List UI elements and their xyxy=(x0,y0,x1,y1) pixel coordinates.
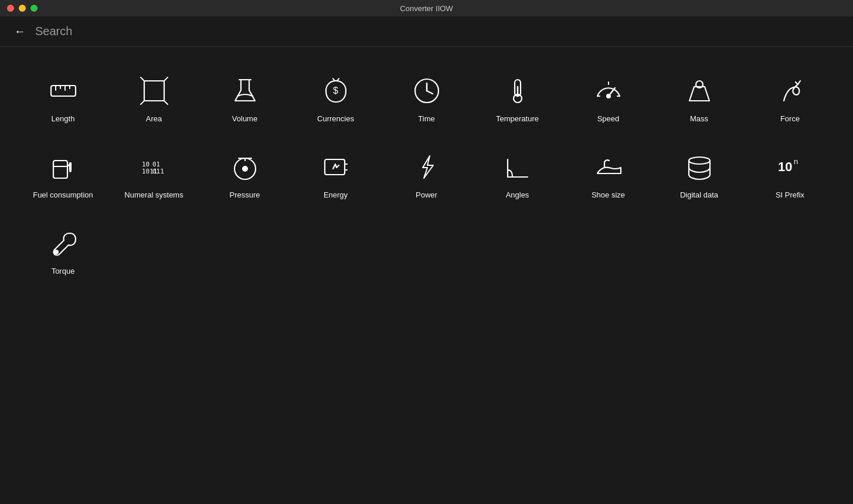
binary-icon: 10101101011 xyxy=(137,149,172,185)
category-label-angles: Angles xyxy=(506,190,529,199)
category-label-power: Power xyxy=(416,190,437,199)
svg-line-8 xyxy=(141,101,144,104)
category-item-temperature[interactable]: Temperature xyxy=(472,59,563,135)
svg-line-24 xyxy=(695,86,696,87)
battery-icon xyxy=(318,149,354,185)
category-label-shoe: Shoe size xyxy=(592,190,625,199)
category-label-force: Force xyxy=(780,114,800,123)
svg-point-41 xyxy=(689,157,710,164)
category-label-temperature: Temperature xyxy=(496,114,539,123)
category-item-numeral[interactable]: 10101101011Numeral systems xyxy=(108,135,199,211)
category-item-fuel[interactable]: Fuel consumption xyxy=(18,135,108,211)
window-title: Converter IIOW xyxy=(400,4,453,13)
thermometer-icon xyxy=(500,73,535,108)
categories-grid: LengthAreaVolume$CurrenciesTimeTemperatu… xyxy=(18,59,835,287)
angle-icon xyxy=(500,149,535,185)
lightning-icon xyxy=(409,149,444,185)
svg-rect-0 xyxy=(51,86,76,96)
money-bag-icon: $ xyxy=(318,73,354,108)
category-label-numeral: Numeral systems xyxy=(124,190,183,199)
svg-text:$: $ xyxy=(333,86,338,96)
minimize-button[interactable] xyxy=(19,5,26,12)
shoe-icon xyxy=(591,149,626,185)
category-label-currencies: Currencies xyxy=(317,114,354,123)
svg-line-6 xyxy=(141,77,144,81)
category-item-shoe[interactable]: Shoe size xyxy=(563,135,654,211)
svg-point-19 xyxy=(607,94,610,98)
category-label-siprefix: SI Prefix xyxy=(776,190,804,199)
flask-icon xyxy=(227,73,263,108)
search-input[interactable] xyxy=(35,25,841,38)
category-item-energy[interactable]: Energy xyxy=(290,135,381,211)
category-label-area: Area xyxy=(146,114,162,123)
category-item-length[interactable]: Length xyxy=(18,59,108,135)
svg-text:011: 011 xyxy=(152,168,164,175)
category-label-pressure: Pressure xyxy=(229,190,260,199)
svg-point-44 xyxy=(55,250,58,254)
force-icon xyxy=(773,73,808,108)
category-item-currencies[interactable]: $Currencies xyxy=(290,59,381,135)
category-item-digital[interactable]: Digital data xyxy=(654,135,745,211)
back-button[interactable]: ← xyxy=(12,22,28,40)
close-button[interactable] xyxy=(7,5,14,12)
search-bar: ← xyxy=(0,16,853,47)
clock-icon xyxy=(409,73,444,108)
speedometer-icon xyxy=(591,73,626,108)
svg-rect-35 xyxy=(325,159,345,175)
category-label-fuel: Fuel consumption xyxy=(33,190,93,199)
database-icon xyxy=(682,149,717,185)
titlebar: Converter IIOW xyxy=(0,0,853,16)
category-label-digital: Digital data xyxy=(680,190,718,199)
svg-line-7 xyxy=(164,77,168,81)
category-label-length: Length xyxy=(52,114,75,123)
category-label-torque: Torque xyxy=(52,267,75,275)
svg-rect-26 xyxy=(53,161,67,178)
svg-text:10: 10 xyxy=(778,159,792,174)
category-item-angles[interactable]: Angles xyxy=(472,135,563,211)
pressure-icon xyxy=(227,149,263,185)
category-item-siprefix[interactable]: 10nSI Prefix xyxy=(745,135,835,211)
weight-icon xyxy=(682,73,717,108)
traffic-lights xyxy=(7,5,38,12)
categories-content: LengthAreaVolume$CurrenciesTimeTemperatu… xyxy=(0,47,853,299)
area-icon xyxy=(137,73,172,108)
svg-rect-5 xyxy=(144,81,164,101)
svg-point-33 xyxy=(243,166,247,171)
category-item-pressure[interactable]: Pressure xyxy=(199,135,290,211)
wrench-icon xyxy=(46,226,81,261)
category-item-speed[interactable]: Speed xyxy=(563,59,654,135)
svg-line-14 xyxy=(427,91,433,94)
category-item-power[interactable]: Power xyxy=(381,135,472,211)
category-item-time[interactable]: Time xyxy=(381,59,472,135)
svg-text:n: n xyxy=(794,157,798,166)
category-label-speed: Speed xyxy=(597,114,620,123)
category-label-time: Time xyxy=(418,114,434,123)
category-label-energy: Energy xyxy=(324,190,348,199)
svg-line-9 xyxy=(164,101,168,104)
category-label-volume: Volume xyxy=(232,114,257,123)
category-item-torque[interactable]: Torque xyxy=(18,211,108,287)
category-item-volume[interactable]: Volume xyxy=(199,59,290,135)
category-item-force[interactable]: Force xyxy=(745,59,835,135)
category-item-mass[interactable]: Mass xyxy=(654,59,745,135)
siprefix-icon: 10n xyxy=(773,149,808,185)
fuel-icon xyxy=(46,149,81,185)
category-label-mass: Mass xyxy=(690,114,708,123)
ruler-icon xyxy=(46,73,81,108)
maximize-button[interactable] xyxy=(30,5,38,12)
category-item-area[interactable]: Area xyxy=(108,59,199,135)
svg-line-25 xyxy=(702,86,704,87)
